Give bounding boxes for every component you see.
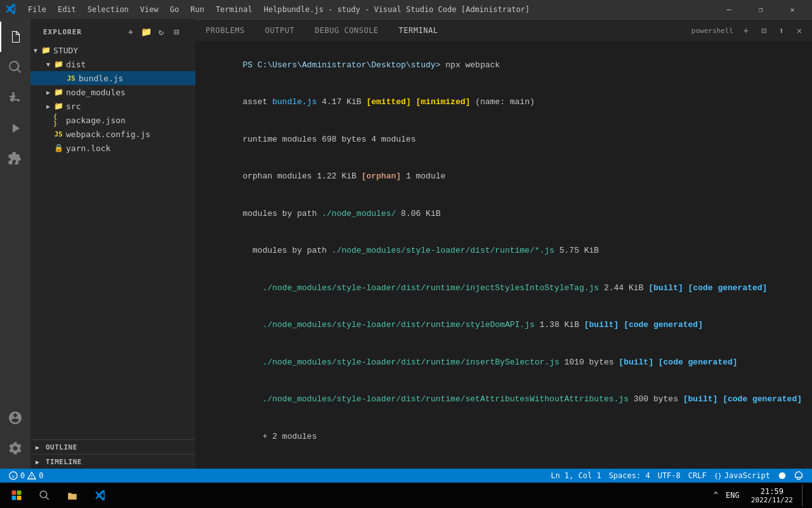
activity-explorer[interactable]: [0, 22, 30, 52]
main-layout: EXPLORER + 📁 ↻ ⊟ ▼ 📁 STUDY ▼ 📁 dist: [0, 19, 812, 469]
title-bar: File Edit Selection View Go Run Terminal…: [0, 0, 812, 19]
svg-rect-6: [12, 496, 16, 500]
new-terminal-button[interactable]: +: [738, 23, 754, 38]
timeline-label: TIMELINE: [46, 458, 82, 466]
tree-arrow-src: ▶: [43, 103, 53, 110]
taskbar-search[interactable]: [30, 484, 58, 507]
status-notifications[interactable]: [790, 469, 807, 483]
status-ln-col[interactable]: Ln 1, Col 1: [547, 469, 605, 483]
term-line-inject: ./node_modules/style-loader/dist/runtime…: [203, 269, 804, 307]
outline-section: ▶ OUTLINE: [30, 439, 195, 454]
tree-item-src[interactable]: ▶ 📁 src: [30, 99, 195, 113]
tree-label-bundle: bundle.js: [79, 74, 123, 83]
start-button[interactable]: [3, 484, 30, 507]
warning-count: 0: [39, 471, 43, 480]
term-line-modules-node: modules by path ./node_modules/ 8.06 KiB: [203, 195, 804, 232]
timeline-arrow: ▶: [36, 458, 43, 465]
menu-selection[interactable]: Selection: [82, 4, 134, 15]
status-remote[interactable]: [774, 469, 790, 483]
menu-go[interactable]: Go: [165, 4, 184, 15]
activity-debug[interactable]: [0, 113, 30, 144]
term-line-style-loader: modules by path ./node_modules/style-loa…: [203, 232, 804, 270]
js-icon-webpack: JS: [53, 129, 63, 139]
taskbar-vscode[interactable]: [86, 484, 114, 507]
svg-text:✕: ✕: [11, 474, 15, 479]
status-right: Ln 1, Col 1 Spaces: 4 UTF-8 CRLF {} Java…: [547, 469, 807, 483]
status-errors[interactable]: ✕ 0 0: [5, 469, 47, 483]
menu-terminal[interactable]: Terminal: [211, 4, 258, 15]
status-language[interactable]: {} JavaScript: [710, 469, 774, 483]
tree-item-yarn-lock[interactable]: 🔒 yarn.lock: [30, 141, 195, 155]
term-cmd-text: npx webpack: [440, 60, 500, 70]
tray-lang[interactable]: ENG: [723, 484, 742, 507]
menu-file[interactable]: File: [23, 4, 51, 15]
outline-header[interactable]: ▶ OUTLINE: [30, 440, 195, 454]
taskbar-files[interactable]: [58, 484, 86, 507]
show-desktop-button[interactable]: [802, 484, 807, 507]
activity-account[interactable]: [0, 403, 30, 433]
vscode-logo: [5, 3, 16, 17]
tab-debug-console[interactable]: DEBUG CONSOLE: [304, 20, 388, 42]
outline-arrow: ▶: [36, 444, 43, 451]
tree-item-study[interactable]: ▼ 📁 STUDY: [30, 43, 195, 57]
term-line-orphan: orphan modules 1.22 KiB [orphan] 1 modul…: [203, 158, 804, 196]
new-folder-button[interactable]: 📁: [140, 25, 152, 38]
status-encoding[interactable]: UTF-8: [654, 469, 684, 483]
tab-problems[interactable]: PROBLEMS: [195, 20, 255, 42]
timeline-header[interactable]: ▶ TIMELINE: [30, 455, 195, 469]
tree-arrow-dist: ▼: [43, 61, 53, 68]
activity-bottom-group: [0, 403, 30, 464]
terminal-content[interactable]: PS C:\Users\Administrator\Desktop\study>…: [195, 41, 812, 469]
sidebar: EXPLORER + 📁 ↻ ⊟ ▼ 📁 STUDY ▼ 📁 dist: [30, 19, 195, 469]
tree-item-bundle-js[interactable]: JS bundle.js: [30, 71, 195, 85]
activity-extensions[interactable]: [0, 144, 30, 174]
term-line-style-dom: ./node_modules/style-loader/dist/runtime…: [203, 307, 804, 344]
term-line-set-attributes: ./node_modules/style-loader/dist/runtime…: [203, 381, 804, 418]
svg-rect-5: [17, 491, 22, 495]
error-count: 0: [20, 471, 25, 480]
tree-label-dist: dist: [66, 60, 86, 69]
term-line-asset: asset bundle.js 4.17 KiB [emitted] [mini…: [203, 84, 804, 121]
activity-settings[interactable]: [0, 433, 30, 464]
activity-bar: [0, 19, 30, 469]
new-file-button[interactable]: +: [124, 25, 137, 38]
status-ln-col-text: Ln 1, Col 1: [551, 471, 601, 480]
titlebar-left: File Edit Selection View Go Run Terminal…: [5, 3, 287, 17]
close-button[interactable]: ✕: [778, 0, 807, 19]
tree-item-package-json[interactable]: { } package.json: [30, 113, 195, 127]
clock-time: 21:59: [751, 487, 793, 496]
activity-search[interactable]: [0, 52, 30, 83]
file-tree: ▼ 📁 STUDY ▼ 📁 dist JS bundle.js: [30, 41, 195, 439]
clock-display: 21:59 2022/11/22: [747, 487, 797, 504]
minimize-button[interactable]: ─: [714, 0, 743, 19]
sidebar-header: EXPLORER + 📁 ↻ ⊟: [30, 19, 195, 41]
restore-button[interactable]: ❐: [746, 0, 775, 19]
tree-label-pkg: package.json: [66, 116, 126, 125]
tree-item-webpack-config[interactable]: JS webpack.config.js: [30, 127, 195, 141]
tree-label-study: STUDY: [53, 46, 78, 55]
tab-output[interactable]: OUTPUT: [255, 20, 304, 42]
svg-point-3: [32, 478, 32, 478]
split-terminal-button[interactable]: ⊟: [756, 23, 771, 38]
tree-label-node-modules: node_modules: [66, 88, 126, 97]
taskbar-clock[interactable]: 21:59 2022/11/22: [745, 484, 799, 507]
activity-source-control[interactable]: [0, 83, 30, 113]
term-line-css-loader-path: modules by path ./node_modules/css-loade…: [203, 455, 804, 469]
term-line-runtime: runtime modules 698 bytes 4 modules: [203, 121, 804, 158]
menu-view[interactable]: View: [135, 4, 164, 15]
js-icon-bundle: JS: [66, 73, 76, 83]
titlebar-menu: File Edit Selection View Go Run Terminal…: [23, 4, 287, 15]
status-spaces[interactable]: Spaces: 4: [605, 469, 654, 483]
collapse-all-button[interactable]: ⊟: [170, 25, 183, 38]
status-lang-icon: {}: [714, 472, 722, 479]
refresh-button[interactable]: ↻: [155, 25, 167, 38]
close-panel-button[interactable]: ✕: [792, 23, 807, 38]
tab-terminal[interactable]: TERMINAL: [389, 20, 449, 42]
tree-item-dist[interactable]: ▼ 📁 dist: [30, 57, 195, 71]
menu-run[interactable]: Run: [185, 4, 209, 15]
tree-item-node-modules[interactable]: ▶ 📁 node_modules: [30, 85, 195, 99]
tray-show-hidden[interactable]: ^: [711, 484, 721, 507]
status-eol[interactable]: CRLF: [684, 469, 710, 483]
maximize-panel-button[interactable]: ⬆: [774, 23, 789, 38]
menu-edit[interactable]: Edit: [53, 4, 81, 15]
